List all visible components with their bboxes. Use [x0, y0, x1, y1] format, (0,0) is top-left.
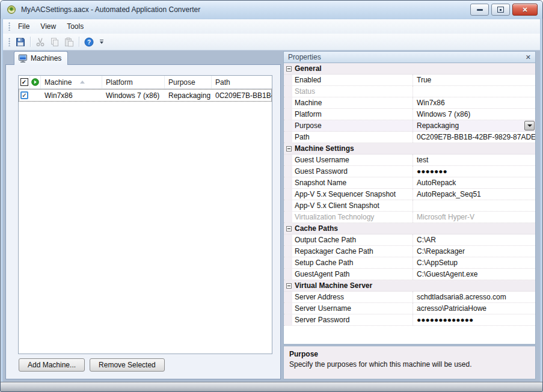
minimize-icon: [477, 9, 483, 11]
table-row[interactable]: ✓Win7x86Windows 7 (x86)Repackaging0C209E…: [19, 89, 272, 102]
column-header-purpose[interactable]: Purpose: [165, 76, 212, 88]
property-row-machine[interactable]: MachineWin7x86: [284, 97, 535, 109]
property-row-repackager-cache-path[interactable]: Repackager Cache PathC:\Repackager: [284, 246, 535, 257]
collapse-icon[interactable]: [286, 226, 292, 231]
remove-selected-button[interactable]: Remove Selected: [90, 358, 165, 372]
add-machine-button[interactable]: Add Machine...: [19, 358, 85, 372]
copy-button[interactable]: [48, 35, 61, 49]
property-label: GuestAgent Path: [292, 269, 413, 280]
toolbar-grip: [8, 38, 10, 46]
toolbar-separator: [79, 37, 79, 47]
property-value-text: True: [417, 76, 431, 84]
properties-close-button[interactable]: ✕: [526, 54, 531, 61]
close-button[interactable]: ✕: [512, 4, 538, 16]
property-label: Platform: [292, 109, 413, 120]
collapse-icon[interactable]: [286, 146, 292, 152]
property-gutter: [284, 155, 292, 165]
menu-view[interactable]: View: [35, 20, 61, 33]
property-gutter: [284, 75, 292, 85]
category-cache-paths[interactable]: Cache Paths: [284, 223, 535, 234]
property-row-server-password[interactable]: Server Password●●●●●●●●●●●●●: [284, 314, 535, 326]
app-window: MyAACSettings.aacx - Automated Applicati…: [0, 0, 543, 392]
chevron-down-icon: [100, 41, 103, 44]
dropdown-button[interactable]: [524, 121, 535, 130]
property-gutter: [284, 189, 292, 200]
paste-icon: [64, 37, 74, 47]
help-icon: ?: [84, 37, 94, 47]
property-label: Guest Password: [292, 166, 413, 177]
column-header-path[interactable]: Path: [212, 76, 272, 88]
machines-table-header: ✓MachinePlatformPurposePath: [19, 76, 272, 89]
property-row-status[interactable]: Status: [284, 86, 535, 97]
property-value: test: [413, 155, 535, 165]
properties-panel: Properties ✕ GeneralEnabledTrueStatusMac…: [283, 51, 536, 379]
column-header-machine[interactable]: Machine: [41, 76, 102, 88]
minimize-button[interactable]: [470, 4, 489, 16]
maximize-icon: [497, 7, 504, 13]
property-label: App-V 5.x Sequencer Snapshot: [292, 189, 413, 200]
property-row-guest-username[interactable]: Guest Usernametest: [284, 155, 535, 166]
property-row-server-address[interactable]: Server Addressschdtladsaria8.acresso.com: [284, 292, 535, 303]
select-all-checkbox[interactable]: ✓: [20, 78, 28, 86]
property-label: Server Address: [292, 292, 413, 302]
property-grid: GeneralEnabledTrueStatusMachineWin7x86Pl…: [283, 63, 536, 345]
property-row-app-v-5-x-client-snapshot[interactable]: App-V 5.x Client Snapshot: [284, 200, 535, 212]
property-value: C:\AR: [413, 234, 535, 245]
property-value: Win7x86: [413, 97, 535, 108]
column-header-platform[interactable]: Platform: [102, 76, 165, 88]
row-checkbox[interactable]: ✓: [20, 91, 28, 99]
property-gutter: [284, 97, 292, 108]
property-value: C:\GuestAgent.exe: [413, 269, 535, 280]
property-row-setup-cache-path[interactable]: Setup Cache PathC:\AppSetup: [284, 257, 535, 269]
property-row-app-v-5-x-sequencer-snapshot[interactable]: App-V 5.x Sequencer SnapshotAutoRepack_S…: [284, 189, 535, 200]
tab-machines[interactable]: Machines: [14, 51, 68, 65]
property-value: [413, 86, 535, 97]
menu-file[interactable]: File: [13, 20, 35, 33]
property-description-title: Purpose: [289, 350, 530, 358]
property-value: Windows 7 (x86): [413, 109, 535, 120]
property-row-guestagent-path[interactable]: GuestAgent PathC:\GuestAgent.exe: [284, 269, 535, 280]
property-gutter: [284, 109, 292, 120]
property-gutter: [284, 132, 292, 142]
property-gutter: [284, 303, 292, 314]
property-row-guest-password[interactable]: Guest Password●●●●●●●: [284, 166, 535, 177]
property-value: acresso\PatriciaHowe: [413, 303, 535, 314]
status-bar: [1, 382, 542, 391]
help-button[interactable]: ?: [82, 35, 96, 49]
select-all-column-header[interactable]: ✓: [19, 76, 30, 88]
category-machine-settings[interactable]: Machine Settings: [284, 143, 535, 155]
property-row-virtualization-technology[interactable]: Virtualization TechnologyMicrosoft Hyper…: [284, 212, 535, 223]
property-value: ●●●●●●●: [413, 166, 535, 177]
property-value-text: schdtladsaria8.acresso.com: [417, 293, 506, 301]
menu-tools[interactable]: Tools: [61, 20, 89, 33]
property-row-path[interactable]: Path0C209E7B-BB1B-42BF-9829-87ADED2E8: [284, 132, 535, 143]
category-general[interactable]: General: [284, 63, 535, 75]
copy-icon: [50, 37, 60, 47]
save-button[interactable]: [14, 35, 27, 49]
property-row-snapshot-name[interactable]: Snapshot NameAutoRepack: [284, 177, 535, 189]
property-row-output-cache-path[interactable]: Output Cache PathC:\AR: [284, 234, 535, 246]
property-gutter: [284, 120, 292, 131]
run-status-column-header[interactable]: [30, 76, 41, 88]
toolbar-overflow-button[interactable]: [98, 35, 105, 49]
window-title: MyAACSettings.aacx - Automated Applicati…: [21, 5, 200, 14]
maximize-button[interactable]: [491, 4, 510, 16]
property-row-platform[interactable]: PlatformWindows 7 (x86): [284, 109, 535, 120]
property-value-text: Windows 7 (x86): [417, 110, 470, 118]
property-gutter: [284, 212, 292, 222]
property-row-server-username[interactable]: Server Usernameacresso\PatriciaHowe: [284, 303, 535, 314]
property-row-enabled[interactable]: EnabledTrue: [284, 75, 535, 86]
row-cell-purpose: Repackaging: [165, 91, 212, 100]
toolbar: ?: [3, 34, 540, 51]
collapse-icon[interactable]: [286, 66, 292, 72]
row-cell-machine: Win7x86: [41, 91, 102, 100]
property-value-text: test: [417, 156, 428, 164]
property-value: 0C209E7B-BB1B-42BF-9829-87ADED2E8: [413, 132, 535, 142]
property-value: [413, 200, 535, 211]
category-virtual-machine-server[interactable]: Virtual Machine Server: [284, 280, 535, 292]
property-row-purpose[interactable]: PurposeRepackaging: [284, 120, 535, 132]
cut-button[interactable]: [34, 35, 47, 49]
paste-button[interactable]: [63, 35, 76, 49]
collapse-icon[interactable]: [286, 283, 292, 289]
property-value-text: Win7x86: [417, 99, 445, 107]
